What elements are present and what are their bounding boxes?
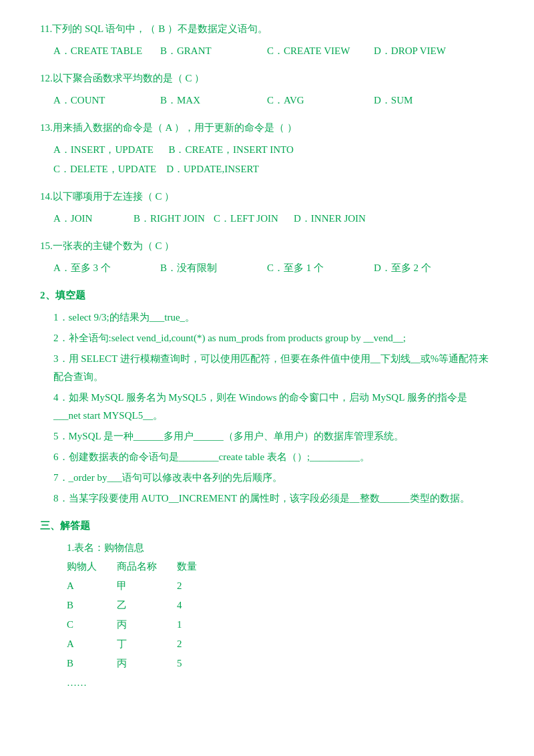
q15-options: A．至多 3 个 B．没有限制 C．至多 1 个 D．至多 2 个: [40, 259, 494, 277]
q14-options: A．JOIN B．RIGHT JOIN C．LEFT JOIN D．INNER …: [40, 210, 494, 228]
q14-option-c: C．LEFT JOIN: [214, 210, 294, 228]
col-header-product: 商品名称: [117, 557, 177, 576]
ellipsis: ……: [67, 673, 117, 693]
q13-option-a: A．INSERT，UPDATE B．CREATE，INSERT INTO: [53, 141, 494, 159]
row1-qty: 2: [177, 576, 217, 596]
q15-option-c: C．至多 1 个: [267, 259, 374, 277]
fill-item-3: 3．用 SELECT 进行模糊查询时，可以使用匹配符，但要在条件值中使用__下划…: [40, 350, 494, 386]
section2-header: 2、填空题: [40, 287, 494, 305]
q12-text: 12.以下聚合函数求平均数的是（ C ）: [40, 69, 494, 87]
row1-product: 甲: [117, 576, 177, 596]
q15-option-d: D．至多 2 个: [374, 259, 481, 277]
col-header-quantity: 数量: [177, 557, 217, 576]
col-header-buyer: 购物人: [67, 557, 117, 576]
section3-q1-title: 1.表名：购物信息: [67, 539, 494, 557]
row5-qty: 5: [177, 654, 217, 673]
q11-options: A．CREATE TABLE B．GRANT C．CREATE VIEW D．D…: [40, 42, 494, 60]
q14-option-d: D．INNER JOIN: [294, 210, 374, 228]
section3-header: 三、解答题: [40, 517, 494, 535]
q11-option-c: C．CREATE VIEW: [267, 42, 374, 60]
question-15: 15.一张表的主键个数为（ C ） A．至多 3 个 B．没有限制 C．至多 1…: [40, 237, 494, 277]
row4-qty: 2: [177, 634, 217, 654]
q14-option-a: A．JOIN: [53, 210, 134, 228]
fill-item-1: 1．select 9/3;的结果为___true_。: [40, 309, 494, 327]
row2-product: 乙: [117, 596, 177, 615]
table-row: C 丙 1: [67, 615, 217, 634]
question-13: 13.用来插入数据的命令是（ A ），用于更新的命令是（ ） A．INSERT，…: [40, 119, 494, 178]
q14-text: 14.以下哪项用于左连接（ C ）: [40, 188, 494, 206]
table-row: B 丙 5: [67, 654, 217, 673]
q12-options: A．COUNT B．MAX C．AVG D．SUM: [40, 91, 494, 110]
q12-option-b: B．MAX: [160, 91, 267, 110]
row5-product: 丙: [117, 654, 177, 673]
question-11: 11.下列的 SQL 语句中，（ B ）不是数据定义语句。 A．CREATE T…: [40, 20, 494, 60]
row3-qty: 1: [177, 615, 217, 634]
q15-option-a: A．至多 3 个: [53, 259, 160, 277]
row3-buyer: C: [67, 615, 117, 634]
q15-text: 15.一张表的主键个数为（ C ）: [40, 237, 494, 255]
row2-buyer: B: [67, 596, 117, 615]
q11-option-b: B．GRANT: [160, 42, 267, 60]
table-header-row: 购物人 商品名称 数量: [67, 557, 217, 576]
section2-block: 2、填空题 1．select 9/3;的结果为___true_。 2．补全语句:…: [40, 287, 494, 508]
row2-qty: 4: [177, 596, 217, 615]
q12-option-d: D．SUM: [374, 91, 481, 110]
row1-buyer: A: [67, 576, 117, 596]
table-row: A 丁 2: [67, 634, 217, 654]
row4-buyer: A: [67, 634, 117, 654]
q11-text: 11.下列的 SQL 语句中，（ B ）不是数据定义语句。: [40, 20, 494, 38]
question-12: 12.以下聚合函数求平均数的是（ C ） A．COUNT B．MAX C．AVG…: [40, 69, 494, 110]
q13-option-cd: C．DELETE，UPDATE D．UPDATE,INSERT: [53, 160, 494, 178]
fill-item-8: 8．当某字段要使用 AUTO__INCREMENT 的属性时，该字段必须是__整…: [40, 490, 494, 508]
question-14: 14.以下哪项用于左连接（ C ） A．JOIN B．RIGHT JOIN C．…: [40, 188, 494, 228]
table-ellipsis-row: ……: [67, 673, 217, 693]
table-row: B 乙 4: [67, 596, 217, 615]
shopping-table: 购物人 商品名称 数量 A 甲 2 B 乙 4 C 丙 1 A 丁: [67, 557, 217, 693]
q11-option-d: D．DROP VIEW: [374, 42, 481, 60]
q14-option-b: B．RIGHT JOIN: [134, 210, 214, 228]
q13-text: 13.用来插入数据的命令是（ A ），用于更新的命令是（ ）: [40, 119, 494, 137]
table-row: A 甲 2: [67, 576, 217, 596]
fill-item-5: 5．MySQL 是一种______多用户______（多用户、单用户）的数据库管…: [40, 427, 494, 445]
fill-item-7: 7．_order by___语句可以修改表中各列的先后顺序。: [40, 469, 494, 487]
section3-q1: 1.表名：购物信息 购物人 商品名称 数量 A 甲 2 B 乙 4 C 丙 1: [40, 539, 494, 693]
q13-options: A．INSERT，UPDATE B．CREATE，INSERT INTO C．D…: [40, 141, 494, 178]
q12-option-c: C．AVG: [267, 91, 374, 110]
row5-buyer: B: [67, 654, 117, 673]
q11-option-a: A．CREATE TABLE: [53, 42, 160, 60]
row4-product: 丁: [117, 634, 177, 654]
fill-item-2: 2．补全语句:select vend_id,count(*) as num_pr…: [40, 329, 494, 347]
q12-option-a: A．COUNT: [53, 91, 160, 110]
fill-item-4: 4．如果 MySQL 服务名为 MySQL5，则在 Windows 的命令窗口中…: [40, 389, 494, 425]
q15-option-b: B．没有限制: [160, 259, 267, 277]
section3-block: 三、解答题 1.表名：购物信息 购物人 商品名称 数量 A 甲 2 B 乙 4 …: [40, 517, 494, 693]
row3-product: 丙: [117, 615, 177, 634]
fill-item-6: 6．创建数据表的命令语句是________create table 表名（）;_…: [40, 448, 494, 466]
